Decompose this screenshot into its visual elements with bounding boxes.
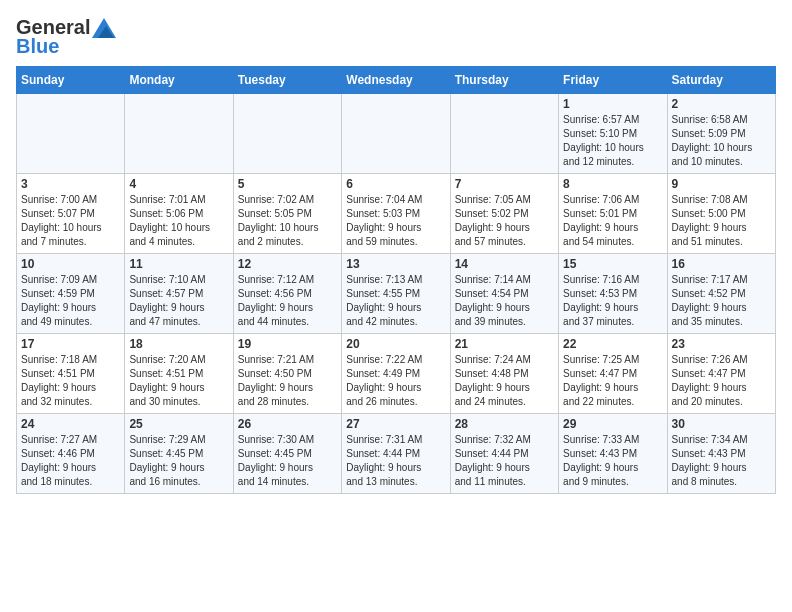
- day-info: Sunrise: 7:01 AM Sunset: 5:06 PM Dayligh…: [129, 193, 228, 249]
- day-number: 24: [21, 417, 120, 431]
- calendar-week-row: 24Sunrise: 7:27 AM Sunset: 4:46 PM Dayli…: [17, 414, 776, 494]
- calendar-cell: 26Sunrise: 7:30 AM Sunset: 4:45 PM Dayli…: [233, 414, 341, 494]
- day-number: 17: [21, 337, 120, 351]
- day-number: 11: [129, 257, 228, 271]
- day-info: Sunrise: 7:09 AM Sunset: 4:59 PM Dayligh…: [21, 273, 120, 329]
- calendar-week-row: 3Sunrise: 7:00 AM Sunset: 5:07 PM Daylig…: [17, 174, 776, 254]
- calendar-cell: [342, 94, 450, 174]
- calendar-cell: 2Sunrise: 6:58 AM Sunset: 5:09 PM Daylig…: [667, 94, 775, 174]
- day-number: 6: [346, 177, 445, 191]
- day-info: Sunrise: 7:00 AM Sunset: 5:07 PM Dayligh…: [21, 193, 120, 249]
- day-info: Sunrise: 7:30 AM Sunset: 4:45 PM Dayligh…: [238, 433, 337, 489]
- calendar-cell: 19Sunrise: 7:21 AM Sunset: 4:50 PM Dayli…: [233, 334, 341, 414]
- logo: General Blue: [16, 16, 116, 58]
- day-number: 10: [21, 257, 120, 271]
- day-info: Sunrise: 7:05 AM Sunset: 5:02 PM Dayligh…: [455, 193, 554, 249]
- day-info: Sunrise: 7:32 AM Sunset: 4:44 PM Dayligh…: [455, 433, 554, 489]
- calendar-cell: 21Sunrise: 7:24 AM Sunset: 4:48 PM Dayli…: [450, 334, 558, 414]
- day-info: Sunrise: 7:10 AM Sunset: 4:57 PM Dayligh…: [129, 273, 228, 329]
- calendar-cell: 12Sunrise: 7:12 AM Sunset: 4:56 PM Dayli…: [233, 254, 341, 334]
- calendar-cell: 25Sunrise: 7:29 AM Sunset: 4:45 PM Dayli…: [125, 414, 233, 494]
- day-info: Sunrise: 7:31 AM Sunset: 4:44 PM Dayligh…: [346, 433, 445, 489]
- day-info: Sunrise: 7:12 AM Sunset: 4:56 PM Dayligh…: [238, 273, 337, 329]
- day-number: 4: [129, 177, 228, 191]
- weekday-header: Sunday: [17, 67, 125, 94]
- day-info: Sunrise: 7:08 AM Sunset: 5:00 PM Dayligh…: [672, 193, 771, 249]
- calendar-cell: 14Sunrise: 7:14 AM Sunset: 4:54 PM Dayli…: [450, 254, 558, 334]
- day-number: 15: [563, 257, 662, 271]
- calendar-cell: 28Sunrise: 7:32 AM Sunset: 4:44 PM Dayli…: [450, 414, 558, 494]
- weekday-header: Thursday: [450, 67, 558, 94]
- day-number: 3: [21, 177, 120, 191]
- day-info: Sunrise: 6:58 AM Sunset: 5:09 PM Dayligh…: [672, 113, 771, 169]
- calendar-cell: 20Sunrise: 7:22 AM Sunset: 4:49 PM Dayli…: [342, 334, 450, 414]
- day-number: 27: [346, 417, 445, 431]
- page-header: General Blue: [16, 16, 776, 58]
- calendar-cell: 13Sunrise: 7:13 AM Sunset: 4:55 PM Dayli…: [342, 254, 450, 334]
- weekday-header: Saturday: [667, 67, 775, 94]
- day-info: Sunrise: 7:16 AM Sunset: 4:53 PM Dayligh…: [563, 273, 662, 329]
- day-info: Sunrise: 7:34 AM Sunset: 4:43 PM Dayligh…: [672, 433, 771, 489]
- logo-text-blue: Blue: [16, 35, 59, 58]
- day-number: 25: [129, 417, 228, 431]
- calendar-cell: 10Sunrise: 7:09 AM Sunset: 4:59 PM Dayli…: [17, 254, 125, 334]
- calendar-cell: 11Sunrise: 7:10 AM Sunset: 4:57 PM Dayli…: [125, 254, 233, 334]
- day-info: Sunrise: 7:17 AM Sunset: 4:52 PM Dayligh…: [672, 273, 771, 329]
- day-number: 13: [346, 257, 445, 271]
- day-info: Sunrise: 6:57 AM Sunset: 5:10 PM Dayligh…: [563, 113, 662, 169]
- day-info: Sunrise: 7:18 AM Sunset: 4:51 PM Dayligh…: [21, 353, 120, 409]
- calendar-cell: 23Sunrise: 7:26 AM Sunset: 4:47 PM Dayli…: [667, 334, 775, 414]
- calendar-week-row: 1Sunrise: 6:57 AM Sunset: 5:10 PM Daylig…: [17, 94, 776, 174]
- calendar-cell: [450, 94, 558, 174]
- day-info: Sunrise: 7:06 AM Sunset: 5:01 PM Dayligh…: [563, 193, 662, 249]
- calendar-cell: 8Sunrise: 7:06 AM Sunset: 5:01 PM Daylig…: [559, 174, 667, 254]
- weekday-header: Monday: [125, 67, 233, 94]
- calendar-cell: [233, 94, 341, 174]
- day-number: 16: [672, 257, 771, 271]
- calendar-cell: 3Sunrise: 7:00 AM Sunset: 5:07 PM Daylig…: [17, 174, 125, 254]
- day-number: 30: [672, 417, 771, 431]
- calendar-cell: 16Sunrise: 7:17 AM Sunset: 4:52 PM Dayli…: [667, 254, 775, 334]
- day-number: 9: [672, 177, 771, 191]
- calendar-cell: 5Sunrise: 7:02 AM Sunset: 5:05 PM Daylig…: [233, 174, 341, 254]
- weekday-header: Wednesday: [342, 67, 450, 94]
- day-number: 28: [455, 417, 554, 431]
- calendar-cell: 27Sunrise: 7:31 AM Sunset: 4:44 PM Dayli…: [342, 414, 450, 494]
- day-info: Sunrise: 7:21 AM Sunset: 4:50 PM Dayligh…: [238, 353, 337, 409]
- day-info: Sunrise: 7:26 AM Sunset: 4:47 PM Dayligh…: [672, 353, 771, 409]
- calendar-cell: 29Sunrise: 7:33 AM Sunset: 4:43 PM Dayli…: [559, 414, 667, 494]
- day-info: Sunrise: 7:02 AM Sunset: 5:05 PM Dayligh…: [238, 193, 337, 249]
- logo-icon: [92, 18, 116, 38]
- calendar-week-row: 10Sunrise: 7:09 AM Sunset: 4:59 PM Dayli…: [17, 254, 776, 334]
- calendar-cell: 15Sunrise: 7:16 AM Sunset: 4:53 PM Dayli…: [559, 254, 667, 334]
- calendar-week-row: 17Sunrise: 7:18 AM Sunset: 4:51 PM Dayli…: [17, 334, 776, 414]
- day-number: 19: [238, 337, 337, 351]
- calendar-header-row: SundayMondayTuesdayWednesdayThursdayFrid…: [17, 67, 776, 94]
- calendar-cell: 1Sunrise: 6:57 AM Sunset: 5:10 PM Daylig…: [559, 94, 667, 174]
- day-number: 22: [563, 337, 662, 351]
- calendar-body: 1Sunrise: 6:57 AM Sunset: 5:10 PM Daylig…: [17, 94, 776, 494]
- day-info: Sunrise: 7:25 AM Sunset: 4:47 PM Dayligh…: [563, 353, 662, 409]
- calendar-cell: 30Sunrise: 7:34 AM Sunset: 4:43 PM Dayli…: [667, 414, 775, 494]
- day-info: Sunrise: 7:14 AM Sunset: 4:54 PM Dayligh…: [455, 273, 554, 329]
- day-number: 18: [129, 337, 228, 351]
- day-number: 2: [672, 97, 771, 111]
- day-number: 7: [455, 177, 554, 191]
- calendar-cell: [17, 94, 125, 174]
- day-number: 12: [238, 257, 337, 271]
- weekday-header: Friday: [559, 67, 667, 94]
- day-number: 26: [238, 417, 337, 431]
- calendar-cell: 22Sunrise: 7:25 AM Sunset: 4:47 PM Dayli…: [559, 334, 667, 414]
- day-number: 1: [563, 97, 662, 111]
- day-info: Sunrise: 7:27 AM Sunset: 4:46 PM Dayligh…: [21, 433, 120, 489]
- calendar-cell: [125, 94, 233, 174]
- day-info: Sunrise: 7:20 AM Sunset: 4:51 PM Dayligh…: [129, 353, 228, 409]
- calendar-cell: 4Sunrise: 7:01 AM Sunset: 5:06 PM Daylig…: [125, 174, 233, 254]
- calendar-cell: 9Sunrise: 7:08 AM Sunset: 5:00 PM Daylig…: [667, 174, 775, 254]
- day-info: Sunrise: 7:29 AM Sunset: 4:45 PM Dayligh…: [129, 433, 228, 489]
- day-number: 8: [563, 177, 662, 191]
- calendar-cell: 17Sunrise: 7:18 AM Sunset: 4:51 PM Dayli…: [17, 334, 125, 414]
- day-number: 23: [672, 337, 771, 351]
- calendar-cell: 7Sunrise: 7:05 AM Sunset: 5:02 PM Daylig…: [450, 174, 558, 254]
- calendar-cell: 24Sunrise: 7:27 AM Sunset: 4:46 PM Dayli…: [17, 414, 125, 494]
